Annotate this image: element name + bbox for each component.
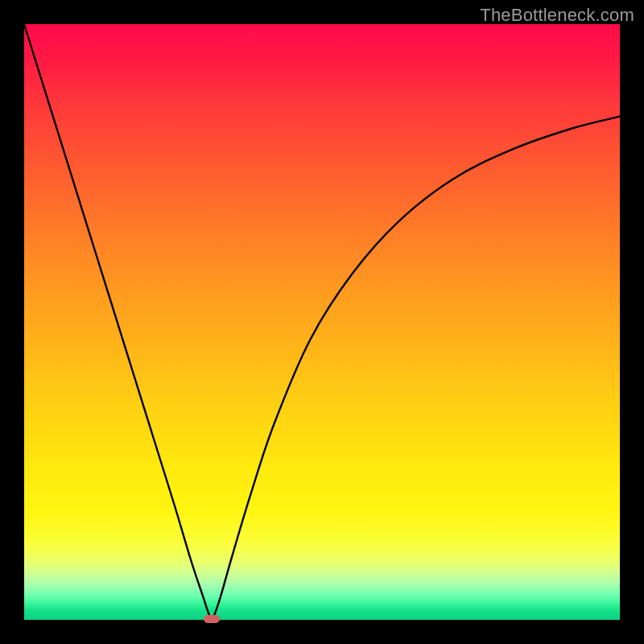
minimum-bottleneck-marker	[204, 615, 220, 623]
bottleneck-curve	[24, 24, 620, 619]
plot-area	[24, 24, 620, 620]
curve-layer	[24, 24, 620, 620]
watermark-text: TheBottleneck.com	[480, 5, 634, 26]
chart-stage: TheBottleneck.com	[0, 0, 644, 644]
